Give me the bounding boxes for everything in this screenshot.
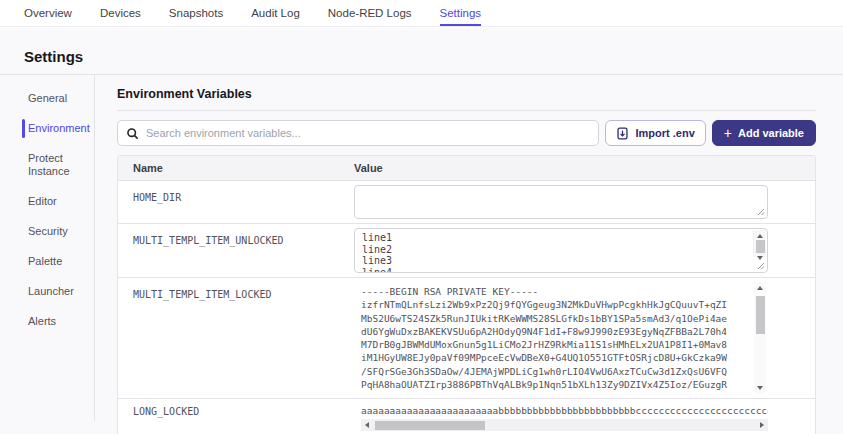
sidebar-item-environment[interactable]: Environment [0, 122, 94, 135]
add-variable-button[interactable]: + Add variable [712, 120, 816, 146]
scroll-thumb[interactable] [756, 296, 765, 334]
env-var-locked-value: -----BEGIN RSA PRIVATE KEY----- izfrNTmQ… [354, 282, 768, 394]
resize-handle[interactable] [757, 262, 765, 270]
table-row: LONG_LOCKED aaaaaaaaaaaaaaaaaaaaaaaabbbb… [118, 399, 815, 434]
scroll-thumb[interactable] [375, 421, 485, 430]
instance-tab-bar: Overview Devices Snapshots Audit Log Nod… [0, 0, 843, 27]
tab-overview[interactable]: Overview [24, 0, 72, 26]
import-env-button[interactable]: Import .env [605, 120, 705, 146]
page-title: Settings [24, 48, 843, 65]
page-header: Settings [0, 28, 843, 75]
plus-icon: + [724, 126, 732, 140]
table-row: MULTI_TEMPL_ITEM_LOCKED -----BEGIN RSA P… [118, 278, 815, 399]
table-row: HOME_DIR [118, 181, 815, 224]
environment-panel: Environment Variables [95, 75, 843, 421]
sidebar-item-launcher[interactable]: Launcher [0, 285, 94, 298]
env-toolbar: Import .env + Add variable [117, 120, 816, 146]
scroll-down-arrow[interactable] [757, 386, 763, 390]
sidebar-item-general[interactable]: General [0, 92, 94, 105]
tab-node-red-logs[interactable]: Node-RED Logs [328, 0, 412, 26]
panel-title: Environment Variables [117, 87, 816, 111]
resize-handle[interactable] [757, 208, 765, 216]
env-var-value-textarea[interactable] [354, 185, 768, 219]
horizontal-scrollbar[interactable] [361, 419, 768, 431]
table-row: MULTI_TEMPL_ITEM_UNLOCKED line1 line2 li… [118, 224, 815, 278]
settings-page: Settings General Environment Protect Ins… [0, 28, 843, 434]
sidebar-item-palette[interactable]: Palette [0, 255, 94, 268]
table-header-row: Name Value [118, 156, 815, 181]
column-header-name: Name [118, 162, 354, 174]
scroll-right-arrow[interactable] [760, 422, 764, 428]
env-vars-table: Name Value HOME_DIR [117, 155, 816, 434]
search-icon [126, 127, 139, 140]
env-var-name: MULTI_TEMPL_ITEM_LOCKED [118, 282, 354, 394]
tab-settings[interactable]: Settings [440, 0, 482, 26]
add-variable-label: Add variable [738, 127, 804, 139]
scroll-down-arrow[interactable] [757, 256, 763, 260]
import-env-icon [616, 127, 629, 140]
env-var-name: HOME_DIR [118, 185, 354, 219]
sidebar-item-security[interactable]: Security [0, 225, 94, 238]
import-env-label: Import .env [635, 127, 694, 139]
sidebar-item-protect-instance[interactable]: Protect Instance [0, 152, 94, 178]
tab-snapshots[interactable]: Snapshots [169, 0, 223, 26]
env-var-name: MULTI_TEMPL_ITEM_UNLOCKED [118, 228, 354, 273]
search-box[interactable] [117, 120, 599, 146]
sidebar-item-editor[interactable]: Editor [0, 195, 94, 208]
scroll-up-arrow[interactable] [757, 234, 763, 238]
env-var-name: LONG_LOCKED [118, 403, 354, 431]
scroll-up-arrow[interactable] [757, 286, 763, 290]
tab-audit-log[interactable]: Audit Log [251, 0, 300, 26]
env-var-value-textarea[interactable]: line1 line2 line3 line4 [354, 228, 768, 273]
scroll-left-arrow[interactable] [365, 422, 369, 428]
scroll-thumb[interactable] [756, 240, 765, 253]
column-header-value: Value [354, 162, 383, 174]
settings-sidebar: General Environment Protect Instance Edi… [0, 75, 95, 421]
env-var-locked-value: aaaaaaaaaaaaaaaaaaaaaaaabbbbbbbbbbbbbbbb… [354, 403, 768, 416]
search-input[interactable] [146, 127, 590, 139]
vertical-scrollbar[interactable] [753, 230, 766, 257]
vertical-scrollbar[interactable] [754, 282, 766, 394]
sidebar-item-alerts[interactable]: Alerts [0, 315, 94, 328]
tab-devices[interactable]: Devices [100, 0, 141, 26]
